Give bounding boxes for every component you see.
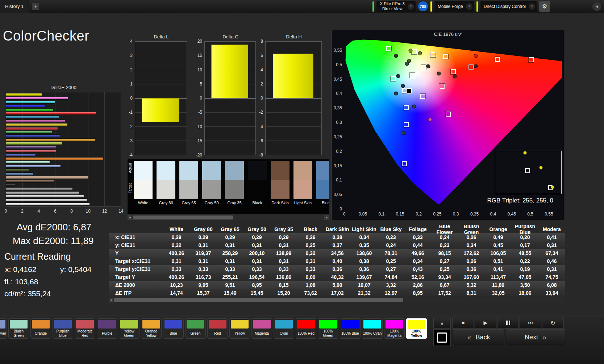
cie-inset-measured-dot: [551, 185, 554, 189]
back-chevron-icon: «: [467, 333, 471, 342]
play-button[interactable]: ▶: [475, 317, 496, 329]
pattern-source-dropdown[interactable]: Mobile Forge ▼: [434, 1, 474, 12]
table-col-header-dark-skin: Dark Skin: [324, 226, 351, 232]
pattern-button-100-green[interactable]: 100% Green: [318, 318, 338, 339]
patch-strip-scrollbar: ◂ ▸: [128, 215, 329, 220]
table-cell: 0,32: [297, 250, 324, 256]
scroll-left-icon[interactable]: ◂: [128, 215, 132, 220]
deltae-xticks: 02468101214: [6, 209, 121, 215]
stop-button[interactable]: ■: [452, 317, 474, 329]
continuous-measure-button[interactable]: ∞: [520, 317, 541, 329]
table-cell: 138,60: [351, 250, 378, 256]
pattern-button-yellow-green[interactable]: Yellow Green: [119, 318, 139, 339]
deltae-bar-yellow-green: [6, 142, 62, 145]
patch-label: Blue: [316, 201, 329, 205]
chevron-down-icon[interactable]: ▼: [529, 3, 535, 10]
table-cell: 0,31: [217, 242, 243, 248]
table-cell: 3,32: [378, 282, 404, 288]
delta-l-bar: [142, 98, 179, 122]
deltae-bar-dark-skin: [6, 180, 54, 182]
pattern-button-cyan[interactable]: Cyan: [274, 318, 294, 339]
table-cell: 0,33: [243, 266, 270, 272]
cie-measured-dot: [474, 64, 478, 68]
results-table: WhiteGray 80Gray 65Gray 50Gray 35BlackDa…: [109, 225, 565, 298]
pattern-button-100-yellow[interactable]: 100% Yellow: [406, 318, 427, 339]
table-cell: 8,15: [270, 282, 297, 288]
pattern-window-button[interactable]: [433, 329, 451, 346]
back-button[interactable]: « Back: [453, 329, 504, 345]
table-scroll-thumb[interactable]: [114, 298, 403, 302]
history-tab[interactable]: History 1: [0, 0, 29, 13]
table-cell: 196,54: [243, 274, 270, 280]
pattern-button-moderate-red[interactable]: Moderate Red: [75, 318, 95, 339]
table-cell: 6,67: [431, 282, 458, 288]
deltae-xtick-label: 8: [70, 209, 73, 214]
cie-measured-dot: [412, 105, 416, 109]
table-cell: 0,33: [270, 266, 297, 272]
pattern-button-orange-yellow[interactable]: Orange Yellow: [141, 318, 162, 339]
table-cell: 0,26: [297, 234, 324, 240]
source-accent-bar: [430, 1, 432, 12]
patch-strip-items: WhiteGray 80Gray 65Gray 50Gray 35BlackDa…: [134, 161, 329, 214]
cie-xtick-label: 0,55: [545, 212, 553, 217]
cie-plot: RGB Triplet: 255, 255, 0: [344, 36, 562, 209]
strip-scroll-track[interactable]: [132, 215, 324, 220]
delta-c-bar: [211, 45, 248, 98]
add-tab-button[interactable]: +: [32, 3, 39, 10]
chevron-down-icon[interactable]: ▼: [466, 3, 472, 10]
table-cell: 5,90: [324, 282, 351, 288]
pattern-list-up-button[interactable]: ▲: [433, 318, 451, 329]
table-cell: 12,97: [378, 290, 404, 296]
table-cell: 0,38: [324, 234, 351, 240]
pattern-label: Magenta: [252, 329, 272, 338]
next-label: Next: [525, 334, 538, 341]
delta-l-title: Delta L: [128, 34, 188, 40]
pattern-button-yellow[interactable]: Yellow: [229, 318, 250, 339]
scroll-left-icon[interactable]: ◂: [109, 298, 113, 302]
deltae-bar-orange-yellow: [6, 139, 95, 141]
pattern-button-green[interactable]: Green: [185, 318, 206, 339]
cie-xtick-label: 0,15: [396, 212, 404, 217]
pattern-swatch: [98, 320, 116, 329]
table-scroll-track[interactable]: [113, 298, 565, 302]
pattern-button-blue-flower[interactable]: Blue Flower: [0, 318, 7, 339]
meter-dropdown[interactable]: X-Rite i1Pro 3Direct View ▼: [376, 1, 415, 12]
pattern-button-purple[interactable]: Purple: [97, 318, 117, 339]
chevron-down-icon[interactable]: ▼: [408, 3, 414, 10]
table-cell: 167,60: [458, 274, 485, 280]
patch-actual-swatch: [179, 161, 198, 180]
patch-actual-swatch: [248, 161, 267, 180]
table-cell: 52,16: [404, 274, 431, 280]
rgb-triplet-caption: RGB Triplet: 255, 255, 0: [487, 197, 553, 204]
pattern-button-100-magenta[interactable]: 100% Magenta: [384, 318, 405, 339]
repeat-button[interactable]: ↻: [542, 317, 564, 329]
gear-icon[interactable]: ⚙: [539, 1, 550, 12]
table-cell: 0,46: [538, 258, 565, 264]
pattern-button-100-blue[interactable]: 100% Blue: [340, 318, 361, 339]
delta-c-ytick-label: 10: [197, 67, 202, 72]
cie-ytick-label: 0,45: [334, 77, 342, 82]
pattern-button-purplish-blue[interactable]: Purplish Blue: [53, 318, 73, 339]
pattern-button-red[interactable]: Red: [207, 318, 228, 339]
deltae-bar-white: [6, 203, 89, 205]
pattern-button-100-cyan[interactable]: 100% Cyan: [362, 318, 383, 339]
deltae-bar-gray-65: [6, 195, 84, 197]
next-button[interactable]: Next »: [506, 329, 565, 345]
collapse-panel-icon[interactable]: ◀: [592, 2, 601, 11]
pattern-button-blue[interactable]: Blue: [163, 318, 184, 339]
delta-l-ytick-label: -4: [129, 152, 133, 158]
pattern-button-bluish-green[interactable]: Bluish Green: [8, 318, 29, 339]
deltae2000-chart: DeltaE 2000 02468101214: [5, 85, 122, 216]
display-control-dropdown[interactable]: Direct Display Control ▼: [480, 1, 537, 12]
patch-white: White: [134, 161, 153, 214]
delta-h-ytick-label: -8: [259, 152, 263, 158]
table-cell: 98,15: [431, 250, 458, 256]
pause-button[interactable]: [497, 317, 519, 329]
scroll-right-icon[interactable]: ▸: [324, 215, 329, 220]
cie-yticks: 0,550,50,450,40,350,30,250,20,150,10,050: [332, 36, 343, 209]
strip-scroll-thumb[interactable]: [133, 216, 233, 219]
pattern-button-magenta[interactable]: Magenta: [251, 318, 272, 339]
pattern-button-100-red[interactable]: 100% Red: [296, 318, 316, 339]
pattern-button-orange[interactable]: Orange: [30, 318, 51, 339]
pattern-swatch: [32, 320, 50, 329]
